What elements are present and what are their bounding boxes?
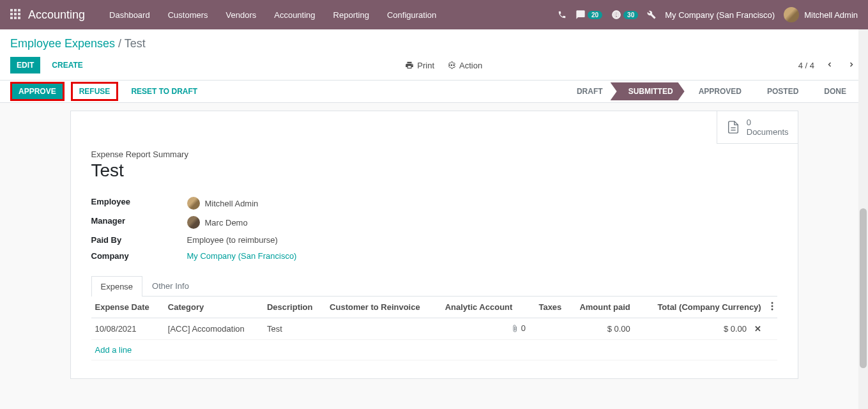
cell-analytic: 0 (441, 318, 529, 340)
col-category[interactable]: Category (164, 297, 263, 318)
print-button[interactable]: Print (405, 61, 434, 70)
remove-row-icon[interactable]: ✕ (749, 324, 761, 334)
documents-button[interactable]: 0 Documents (717, 111, 798, 144)
paidby-value: Employee (to reimburse) (187, 235, 278, 245)
svg-point-14 (771, 305, 773, 307)
svg-point-13 (771, 302, 773, 304)
svg-point-15 (771, 309, 773, 311)
col-description[interactable]: Description (263, 297, 326, 318)
svg-rect-8 (18, 17, 20, 19)
svg-rect-6 (10, 17, 13, 19)
pager-prev-icon[interactable] (823, 58, 836, 73)
cell-description: Test (263, 318, 326, 340)
employee-label: Employee (91, 197, 187, 210)
debug-icon[interactable] (647, 10, 656, 19)
employee-value: Mitchell Admin (187, 197, 259, 210)
attachment-icon (511, 325, 519, 332)
highlight-approve: Approve (10, 82, 65, 101)
status-posted[interactable]: Posted (749, 82, 810, 100)
messages-badge: 20 (588, 11, 602, 19)
pager-next-icon[interactable] (845, 58, 858, 73)
apps-icon[interactable] (10, 9, 20, 21)
svg-rect-4 (14, 13, 17, 15)
create-button[interactable]: Create (45, 57, 89, 73)
user-menu[interactable]: Mitchell Admin (784, 7, 858, 22)
company-value[interactable]: My Company (San Francisco) (187, 251, 297, 261)
svg-rect-7 (14, 17, 17, 19)
menu-dashboard[interactable]: Dashboard (100, 1, 159, 29)
control-panel: Employee Expenses / Test Edit Create Pri… (0, 29, 868, 81)
status-steps: Draft Submitted Approved Posted Done (572, 82, 858, 100)
manager-avatar-icon (187, 216, 200, 229)
table-row[interactable]: 10/08/2021 [ACC] Accomodation Test 0 $ 0… (91, 318, 777, 340)
breadcrumb: Employee Expenses / Test (10, 37, 858, 50)
status-approved[interactable]: Approved (681, 82, 753, 100)
svg-point-10 (451, 65, 452, 66)
menu-customers[interactable]: Customers (159, 1, 217, 29)
refuse-button[interactable]: Refuse (73, 84, 117, 99)
expense-table: Expense Date Category Description Custom… (91, 297, 777, 360)
svg-rect-2 (18, 9, 20, 12)
col-amount[interactable]: Amount paid (565, 297, 634, 318)
activities-icon[interactable]: 30 (611, 10, 638, 20)
cell-category: [ACC] Accomodation (164, 318, 263, 340)
tab-expense[interactable]: Expense (91, 276, 143, 297)
col-taxes[interactable]: Taxes (529, 297, 565, 318)
svg-rect-1 (14, 9, 17, 12)
employee-avatar-icon (187, 197, 200, 210)
status-submitted[interactable]: Submitted (611, 82, 685, 100)
phone-icon[interactable] (558, 10, 567, 19)
svg-rect-3 (10, 13, 13, 15)
cell-taxes (529, 318, 565, 340)
company-label: Company (91, 251, 187, 261)
col-options-icon[interactable] (765, 297, 777, 318)
col-analytic[interactable]: Analytic Account (441, 297, 529, 318)
breadcrumb-current: Test (125, 37, 146, 50)
edit-button[interactable]: Edit (10, 57, 40, 73)
cell-total: $ 0.00 ✕ (634, 318, 765, 340)
form-sheet: 0 Documents Expense Report Summary Test … (70, 111, 798, 379)
user-avatar-icon (784, 7, 799, 22)
topnav-right: 20 30 My Company (San Francisco) Mitchel… (558, 7, 858, 22)
scrollbar[interactable] (858, 29, 868, 387)
pager-text[interactable]: 4 / 4 (798, 61, 814, 70)
tab-other-info[interactable]: Other Info (142, 275, 199, 296)
approve-button[interactable]: Approve (12, 84, 63, 99)
user-name: Mitchell Admin (804, 10, 858, 20)
menu-vendors[interactable]: Vendors (217, 1, 266, 29)
highlight-refuse: Refuse (71, 82, 119, 101)
top-navigation: Accounting Dashboard Customers Vendors A… (0, 0, 868, 29)
manager-value: Marc Demo (187, 216, 248, 229)
tabs: Expense Other Info (91, 275, 777, 297)
activities-badge: 30 (623, 11, 638, 19)
cell-date: 10/08/2021 (91, 318, 164, 340)
company-selector[interactable]: My Company (San Francisco) (665, 10, 775, 20)
document-icon (726, 119, 740, 135)
col-customer[interactable]: Customer to Reinvoice (326, 297, 441, 318)
cell-amount: $ 0.00 (565, 318, 634, 340)
menu-configuration[interactable]: Configuration (378, 1, 445, 29)
action-button[interactable]: Action (447, 61, 482, 70)
manager-label: Manager (91, 216, 187, 229)
statusbar: Approve Refuse Reset to Draft Draft Subm… (0, 81, 868, 103)
scrollbar-thumb[interactable] (860, 208, 867, 368)
messages-icon[interactable]: 20 (575, 10, 602, 20)
app-brand[interactable]: Accounting (28, 8, 85, 22)
add-line-button[interactable]: Add a line (91, 339, 777, 360)
svg-rect-5 (18, 13, 20, 15)
summary-title: Test (91, 160, 777, 181)
menu-reporting[interactable]: Reporting (324, 1, 378, 29)
breadcrumb-parent[interactable]: Employee Expenses (10, 37, 115, 50)
menu-accounting[interactable]: Accounting (265, 1, 324, 29)
status-draft[interactable]: Draft (568, 82, 614, 100)
col-total[interactable]: Total (Company Currency) (634, 297, 765, 318)
reset-to-draft-button[interactable]: Reset to Draft (125, 84, 204, 99)
status-done[interactable]: Done (806, 82, 858, 100)
col-date[interactable]: Expense Date (91, 297, 164, 318)
cell-customer (326, 318, 441, 340)
summary-label: Expense Report Summary (91, 150, 777, 159)
documents-label: Documents (747, 127, 789, 137)
paidby-label: Paid By (91, 235, 187, 245)
svg-rect-0 (10, 9, 13, 12)
documents-count: 0 (747, 118, 789, 127)
